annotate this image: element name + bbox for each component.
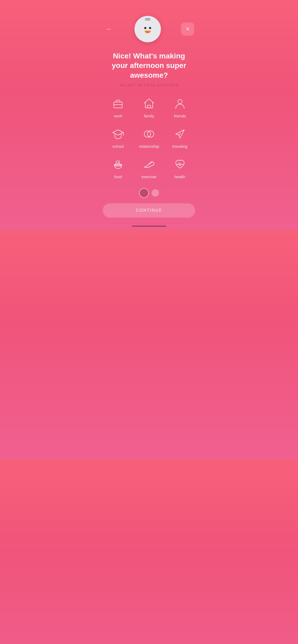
relationship-label: relationship xyxy=(139,144,159,149)
home-icon xyxy=(141,96,157,112)
work-label: work xyxy=(114,114,122,118)
pagination-dot-active xyxy=(139,188,149,198)
activity-item-relationship[interactable]: relationship xyxy=(134,126,165,149)
avatar-eye-left xyxy=(144,27,146,29)
avatar-mouth xyxy=(145,31,151,33)
activity-item-friends[interactable]: friends xyxy=(164,96,195,118)
subtitle: SELECT UP TO 10 ACTIVITES xyxy=(105,83,193,87)
traveling-label: traveling xyxy=(172,144,187,149)
heart-pulse-icon xyxy=(172,157,188,172)
avatar xyxy=(134,16,161,42)
heading-section: Nice! What's making your afternoon super… xyxy=(97,45,201,89)
svg-line-10 xyxy=(116,161,116,164)
avatar-face xyxy=(144,27,151,33)
svg-line-12 xyxy=(119,161,120,164)
top-nav: ← ✕ xyxy=(97,0,201,45)
back-arrow-icon: ← xyxy=(106,26,112,33)
friends-label: friends xyxy=(174,114,186,118)
pagination xyxy=(139,188,159,198)
briefcase-icon xyxy=(110,96,126,112)
back-button[interactable]: ← xyxy=(104,24,114,34)
continue-button-container: CONTINUE xyxy=(97,203,201,226)
activity-item-traveling[interactable]: traveling xyxy=(164,126,195,149)
pagination-dot-inactive xyxy=(152,189,159,197)
close-icon: ✕ xyxy=(186,26,190,32)
exercise-label: exercise xyxy=(142,174,156,179)
shoe-icon xyxy=(141,157,157,172)
activities-grid: work family friends xyxy=(97,89,201,185)
avatar-head-top xyxy=(145,18,150,21)
close-button[interactable]: ✕ xyxy=(181,22,194,36)
svg-rect-2 xyxy=(147,105,151,108)
continue-button[interactable]: CONTINUE xyxy=(103,203,195,218)
food-label: food xyxy=(114,174,122,179)
plane-icon xyxy=(172,126,188,142)
activity-item-family[interactable]: family xyxy=(134,96,165,118)
rings-icon xyxy=(141,126,157,142)
svg-line-8 xyxy=(179,134,180,135)
activity-item-school[interactable]: school xyxy=(103,126,134,149)
svg-point-3 xyxy=(178,99,182,104)
person-icon xyxy=(172,96,188,112)
school-label: school xyxy=(112,144,124,149)
activity-item-food[interactable]: food xyxy=(103,157,134,179)
svg-marker-4 xyxy=(113,130,123,135)
main-title: Nice! What's making your afternoon super… xyxy=(105,51,193,80)
avatar-eyes xyxy=(144,27,151,29)
family-label: family xyxy=(144,114,154,118)
bowl-icon xyxy=(110,157,126,172)
activity-item-exercise[interactable]: exercise xyxy=(134,157,165,179)
avatar-eye-right xyxy=(149,27,151,29)
home-indicator xyxy=(132,226,166,227)
avatar-container xyxy=(134,16,161,42)
activity-item-health[interactable]: health xyxy=(164,157,195,179)
graduation-icon xyxy=(110,126,126,142)
activity-item-work[interactable]: work xyxy=(103,96,134,118)
health-label: health xyxy=(174,174,185,179)
